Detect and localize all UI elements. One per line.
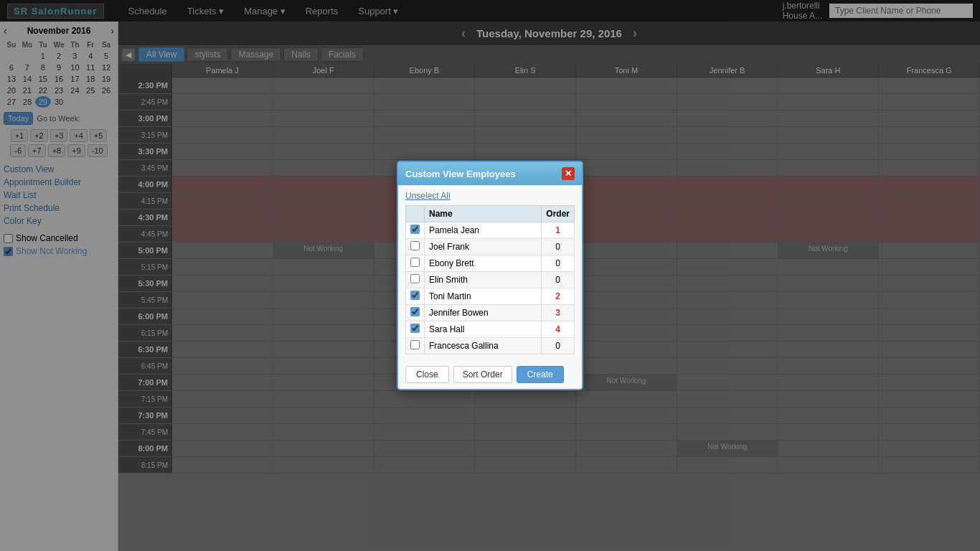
emp-row: Francesca Gallina 0: [406, 338, 575, 354]
sort-order-button[interactable]: Sort Order: [453, 366, 512, 383]
emp-name-francesca: Francesca Gallina: [425, 338, 542, 354]
emp-order-joel: 0: [542, 239, 575, 255]
emp-check-cell[interactable]: [406, 338, 425, 354]
emp-row: Toni Martin 2: [406, 288, 575, 305]
emp-order-elin: 0: [542, 272, 575, 288]
create-button[interactable]: Create: [517, 366, 564, 383]
employees-table: Name Order Pamela Jean 1 Joel Frank: [405, 205, 575, 354]
emp-order-ebony: 0: [542, 255, 575, 272]
modal-overlay: Custom View Employees ✕ Unselect All Nam…: [0, 0, 980, 551]
emp-name-sara: Sara Hall: [425, 321, 542, 338]
modal-close-x-button[interactable]: ✕: [562, 167, 575, 180]
modal-body: Unselect All Name Order Pamela Jean 1: [398, 185, 582, 360]
emp-row: Joel Frank 0: [406, 239, 575, 255]
emp-checkbox-sara[interactable]: [410, 324, 420, 333]
emp-check-cell[interactable]: [406, 305, 425, 321]
emp-order-jennifer: 3: [542, 305, 575, 321]
close-modal-button[interactable]: Close: [405, 366, 449, 383]
modal-header: Custom View Employees ✕: [398, 162, 582, 185]
emp-check-cell[interactable]: [406, 222, 425, 239]
emp-order-sara: 4: [542, 321, 575, 338]
emp-name-ebony: Ebony Brett: [425, 255, 542, 272]
col-name: Name: [425, 206, 542, 222]
emp-name-pamela: Pamela Jean: [425, 222, 542, 239]
emp-row: Elin Smith 0: [406, 272, 575, 288]
emp-name-elin: Elin Smith: [425, 272, 542, 288]
emp-order-francesca: 0: [542, 338, 575, 354]
unselect-all-link[interactable]: Unselect All: [405, 191, 575, 201]
emp-row: Jennifer Bowen 3: [406, 305, 575, 321]
emp-checkbox-toni[interactable]: [410, 291, 420, 300]
emp-checkbox-ebony[interactable]: [410, 258, 420, 267]
emp-check-cell[interactable]: [406, 255, 425, 272]
emp-order-pamela: 1: [542, 222, 575, 239]
emp-row: Sara Hall 4: [406, 321, 575, 338]
custom-view-modal: Custom View Employees ✕ Unselect All Nam…: [397, 161, 583, 390]
emp-check-cell[interactable]: [406, 321, 425, 338]
col-check: [406, 206, 425, 222]
modal-title: Custom View Employees: [405, 169, 516, 179]
emp-check-cell[interactable]: [406, 272, 425, 288]
emp-check-cell[interactable]: [406, 239, 425, 255]
emp-checkbox-joel[interactable]: [410, 241, 420, 250]
emp-checkbox-elin[interactable]: [410, 274, 420, 283]
modal-footer: Close Sort Order Create: [398, 360, 582, 389]
emp-order-toni: 2: [542, 288, 575, 305]
emp-checkbox-jennifer[interactable]: [410, 307, 420, 316]
col-order: Order: [542, 206, 575, 222]
emp-checkbox-francesca[interactable]: [410, 340, 420, 349]
emp-row: Pamela Jean 1: [406, 222, 575, 239]
emp-check-cell[interactable]: [406, 288, 425, 305]
emp-name-joel: Joel Frank: [425, 239, 542, 255]
emp-name-jennifer: Jennifer Bowen: [425, 305, 542, 321]
emp-checkbox-pamela[interactable]: [410, 225, 420, 234]
emp-row: Ebony Brett 0: [406, 255, 575, 272]
emp-name-toni: Toni Martin: [425, 288, 542, 305]
